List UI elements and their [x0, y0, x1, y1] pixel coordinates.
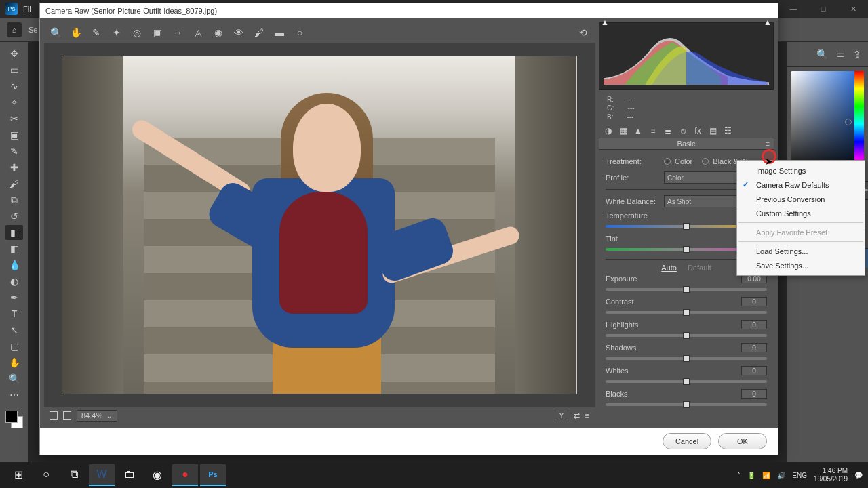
cr-wb-tool-icon[interactable]: ✎	[90, 26, 102, 39]
type-tool-icon[interactable]: T	[5, 306, 23, 321]
treatment-color-radio[interactable]	[664, 158, 671, 165]
default-button[interactable]: Default	[688, 264, 711, 272]
settings-footer-icon[interactable]: ≡	[585, 411, 589, 420]
history-brush-icon[interactable]: ↺	[5, 209, 23, 224]
menu-save-settings[interactable]: Save Settings...	[737, 258, 865, 272]
histogram[interactable]: ▲ ▲	[599, 22, 774, 90]
notifications-icon[interactable]: 💬	[854, 472, 863, 479]
shadows-value[interactable]: 0	[741, 343, 767, 352]
crop-tool-icon[interactable]: ✂	[5, 111, 23, 126]
cr-grad-filter-icon[interactable]: ▬	[273, 26, 285, 39]
panel-flyout-icon[interactable]: ≡	[766, 140, 770, 148]
tray-wifi-icon[interactable]: 📶	[762, 472, 770, 479]
brush-tool-icon[interactable]: 🖌	[5, 176, 23, 191]
gradient-tool-icon[interactable]: ◧	[5, 241, 23, 256]
tab-calib-icon[interactable]: ▤	[707, 125, 718, 136]
eyedropper-tool-icon[interactable]: ✎	[5, 144, 23, 159]
blacks-slider[interactable]	[606, 401, 767, 409]
grid-icon[interactable]	[63, 411, 71, 420]
chrome-icon[interactable]: ◉	[144, 464, 170, 486]
close-button[interactable]: ✕	[838, 0, 868, 18]
tab-basic-icon[interactable]: ◑	[603, 125, 614, 136]
eraser-tool-icon[interactable]: ◧	[5, 225, 23, 240]
more-tools-icon[interactable]: ⋯	[5, 388, 23, 403]
cr-brush-icon[interactable]: 🖌	[253, 26, 265, 39]
cr-crop-tool-icon[interactable]: ▣	[151, 26, 163, 39]
tray-clock[interactable]: 1:46 PM19/05/2019	[814, 467, 848, 483]
wand-tool-icon[interactable]: ✧	[5, 95, 23, 110]
color-swatch[interactable]	[5, 411, 23, 428]
marquee-tool-icon[interactable]: ▭	[5, 62, 23, 77]
tray-volume-icon[interactable]: 🔊	[777, 472, 785, 479]
cr-spot-icon[interactable]: ◉	[212, 26, 224, 39]
photoshop-taskbar-icon[interactable]: Ps	[200, 464, 226, 486]
shadows-slider[interactable]	[606, 354, 767, 363]
cr-target-adjust-icon[interactable]: ◎	[131, 26, 143, 39]
cr-radial-filter-icon[interactable]: ○	[294, 26, 306, 39]
maximize-button[interactable]: □	[808, 0, 838, 18]
highlights-value[interactable]: 0	[741, 320, 767, 329]
menu-load-settings[interactable]: Load Settings...	[737, 244, 865, 258]
tray-lang[interactable]: ENG	[792, 472, 807, 479]
tab-split-icon[interactable]: ≣	[663, 125, 673, 136]
menu-camera-raw-defaults[interactable]: Camera Raw Defaults	[737, 178, 865, 192]
heal-tool-icon[interactable]: ✚	[5, 160, 23, 175]
frame-tool-icon[interactable]: ▣	[5, 127, 23, 142]
highlight-clip-icon[interactable]: ▲	[764, 18, 772, 27]
stamp-tool-icon[interactable]: ⧉	[5, 192, 23, 207]
exposure-slider[interactable]	[606, 285, 767, 293]
contrast-value[interactable]: 0	[741, 297, 767, 306]
contrast-slider[interactable]	[606, 308, 767, 317]
cancel-button[interactable]: Cancel	[663, 433, 711, 449]
recorder-icon[interactable]: ●	[172, 464, 198, 486]
cr-zoom-tool-icon[interactable]: 🔍	[50, 26, 62, 39]
cr-hand-tool-icon[interactable]: ✋	[70, 26, 82, 39]
minimize-button[interactable]: —	[778, 0, 808, 18]
zoom-tool-icon[interactable]: 🔍	[5, 371, 23, 386]
dodge-tool-icon[interactable]: ◐	[5, 274, 23, 289]
search-taskbar-icon[interactable]: ○	[33, 464, 59, 486]
menu-file[interactable]: Fil	[23, 5, 31, 13]
explorer-icon[interactable]: 🗀	[117, 464, 142, 486]
tab-curve-icon[interactable]: ▦	[618, 125, 629, 136]
menu-previous-conversion[interactable]: Previous Conversion	[737, 192, 865, 206]
blacks-value[interactable]: 0	[741, 389, 767, 399]
cr-redeye-icon[interactable]: 👁	[233, 26, 245, 39]
tab-hsl-icon[interactable]: ≡	[648, 125, 658, 136]
menu-image-settings[interactable]: Image Settings	[737, 163, 865, 178]
highlights-slider[interactable]	[606, 331, 767, 340]
hand-tool-icon[interactable]: ✋	[5, 355, 23, 370]
tab-detail-icon[interactable]: ▲	[633, 125, 644, 136]
shape-tool-icon[interactable]: ▢	[5, 339, 23, 354]
start-button[interactable]: ⊞	[5, 464, 31, 486]
zoom-dropdown[interactable]: 84.4%⌄	[77, 410, 117, 422]
cr-transform-icon[interactable]: ◬	[192, 26, 204, 39]
cr-color-sampler-icon[interactable]: ✦	[111, 26, 123, 39]
auto-button[interactable]: Auto	[661, 264, 677, 272]
treatment-bw-radio[interactable]	[702, 158, 709, 165]
path-tool-icon[interactable]: ↖	[5, 323, 23, 338]
tray-battery-icon[interactable]: 🔋	[747, 472, 755, 479]
menu-custom-settings[interactable]: Custom Settings	[737, 206, 865, 220]
word-icon[interactable]: W	[89, 464, 115, 486]
shadow-clip-icon[interactable]: ▲	[601, 18, 609, 27]
workspace-icon[interactable]: ▭	[836, 49, 845, 60]
tab-lens-icon[interactable]: ⎋	[677, 125, 688, 136]
lasso-tool-icon[interactable]: ∿	[5, 79, 23, 94]
search-icon[interactable]: 🔍	[816, 49, 828, 60]
share-icon[interactable]: ⇪	[853, 49, 861, 60]
cr-straighten-icon[interactable]: ↔	[172, 26, 184, 39]
color-picker-ring[interactable]	[845, 119, 852, 125]
home-icon[interactable]: ⌂	[7, 22, 22, 37]
swap-icon[interactable]: ⇄	[574, 411, 580, 420]
cr-rotate-icon[interactable]: ⟲	[577, 26, 589, 39]
whites-value[interactable]: 0	[741, 366, 767, 375]
tab-presets-icon[interactable]: ☷	[722, 125, 733, 136]
before-after-toggle[interactable]: Y	[555, 411, 568, 420]
save-image-icon[interactable]	[50, 411, 58, 420]
preview-image[interactable]	[62, 56, 577, 394]
blur-tool-icon[interactable]: 💧	[5, 258, 23, 272]
whites-slider[interactable]	[606, 378, 767, 386]
ok-button[interactable]: OK	[718, 433, 767, 449]
pen-tool-icon[interactable]: ✒	[5, 290, 23, 305]
